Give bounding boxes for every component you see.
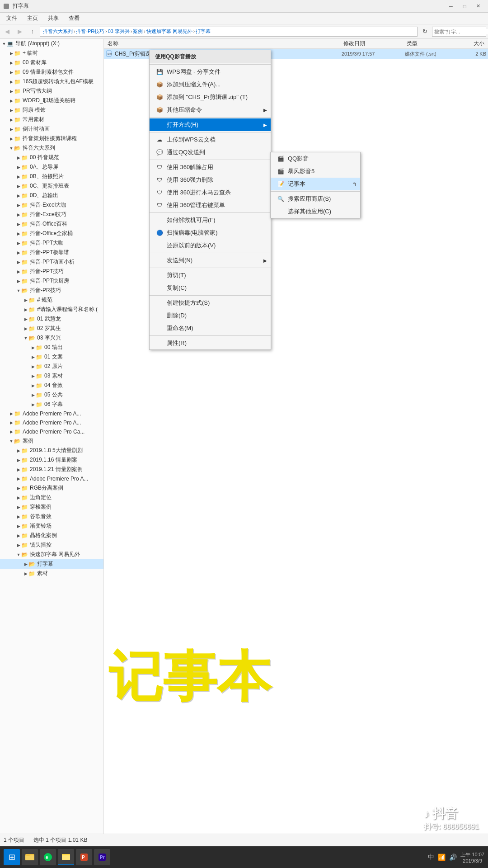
col-header-date[interactable]: 修改日期 (342, 40, 405, 47)
sidebar-kuaisu[interactable]: ▼ 📂 快速加字幕 网易见外 (0, 550, 103, 559)
sidebar-item[interactable]: ▶ 📁 RGB分离案例 (0, 483, 103, 493)
sub-baofeng[interactable]: 🎬 暴风影音5 (271, 165, 360, 178)
sidebar-anli[interactable]: ▼ 📂 案例 (0, 436, 103, 446)
sidebar-item[interactable]: ▶ 📁 2019.1.21 情量剧案例 (0, 465, 103, 474)
sidebar-item[interactable]: ▶ 📁 + 临时 (0, 48, 103, 58)
ctx-360-delete[interactable]: 🛡 使用 360强力删除 (150, 174, 271, 186)
sidebar-item[interactable]: ▶ 📁 01 文案 (0, 352, 103, 362)
ctx-sendto[interactable]: 发送到(N) ▶ (150, 254, 271, 267)
address-part-2[interactable]: 抖音-PR技巧 (76, 28, 104, 35)
sub-search-store[interactable]: 🔍 搜索应用商店(S) (271, 193, 360, 205)
ctx-add-zip[interactable]: 📦 添加到压缩文件(A)... (150, 78, 271, 91)
sidebar-item[interactable]: ▶ 📁 09 情量剧素材包文件 (0, 67, 103, 77)
sidebar-item[interactable]: ▶ 📁 Adobe Premiere Pro A... (0, 418, 103, 427)
taskbar-explorer[interactable] (22, 849, 38, 865)
sidebar-item[interactable]: ▶ 📁 0D、总输出 (0, 191, 103, 200)
sidebar-item[interactable]: ▶ 📁 抖音-Office百科 (0, 219, 103, 229)
sidebar-item[interactable]: ▶ 📁 02 罗其生 (0, 324, 103, 333)
sidebar-item[interactable]: ▶ 📁 抖音-PPT极靠谱 (0, 248, 103, 257)
col-header-name[interactable]: 名称 (106, 40, 342, 47)
sidebar-item[interactable]: ▶ 📁 00 输出 (0, 343, 103, 352)
sidebar-item[interactable]: ▶ 📁 倒计时动画 (0, 124, 103, 134)
up-button[interactable]: ↑ (27, 26, 38, 37)
ctx-360-manage[interactable]: 🛡 使用 360管理右键菜单 (150, 199, 271, 212)
sidebar-item[interactable]: ▶ 📁 抖音-Excel大咖 (0, 200, 103, 210)
sidebar-item[interactable]: ▶ 📁 常用素材 (0, 115, 103, 124)
ctx-rename[interactable]: 重命名(M) (150, 322, 271, 335)
ctx-delete[interactable]: 删除(D) (150, 309, 271, 322)
ctx-antivirus[interactable]: 🔵 扫描病毒(电脑管家) (150, 226, 271, 239)
taskbar-active-explorer[interactable] (58, 849, 74, 865)
sidebar-item[interactable]: ▶ 📁 抖音策划拍摄剪辑课程 (0, 134, 103, 143)
taskbar-premiere[interactable]: Pr (94, 849, 110, 865)
sidebar-item[interactable]: ▶ 📁 00 素材库 (0, 58, 103, 67)
menu-view[interactable]: 查看 (64, 13, 84, 24)
sidebar-item[interactable]: ▶ 📁 Adobe Premiere Pro A... (0, 474, 103, 483)
sidebar-item-douyin[interactable]: ▼ 📂 抖音六大系列 (0, 143, 103, 153)
maximize-button[interactable]: □ (458, 1, 471, 11)
sidebar-item[interactable]: ▶ 📁 渐变转场 (0, 521, 103, 531)
ctx-other-zip[interactable]: 📦 其他压缩命令 ▶ (150, 104, 271, 116)
col-header-type[interactable]: 类型 (405, 40, 459, 47)
sidebar-item[interactable]: ▶ 📁 Adobe Premiere Pro Ca... (0, 427, 103, 436)
sidebar-item[interactable]: ▶ 📁 PR写书大纲 (0, 86, 103, 96)
sidebar-item[interactable]: ▶ 📁 边角定位 (0, 493, 103, 502)
ctx-copy[interactable]: 复制(C) (150, 282, 271, 294)
col-header-size[interactable]: 大小 (459, 40, 486, 47)
ctx-restore[interactable]: 还原以前的版本(V) (150, 239, 271, 252)
menu-home[interactable]: 主页 (23, 13, 42, 24)
sidebar-item[interactable]: ▶ 📁 2019.1.8 5大情量剧剧 (0, 446, 103, 455)
taskbar-clock[interactable]: 上午 10:07 2019/3/9 (460, 851, 484, 863)
ctx-send-qq[interactable]: 💬 通过QQ发送到 (150, 146, 271, 159)
search-bar[interactable]: 🔍 (432, 27, 486, 37)
forward-button[interactable]: ▶ (14, 26, 25, 37)
sidebar-item[interactable]: ▶ 📁 02 原片 (0, 362, 103, 371)
back-button[interactable]: ◀ (2, 26, 13, 37)
sidebar-item[interactable]: ▶ 📁 16S超超级转场大礼包AE模板 (0, 77, 103, 86)
sidebar-item[interactable]: ▶ 📁 抖音-PPT技巧 (0, 267, 103, 276)
sidebar-daziymu[interactable]: ▶ 📂 打字幕 (0, 559, 103, 569)
ctx-create-shortcut[interactable]: 创建快捷方式(S) (150, 297, 271, 309)
ctx-open-with[interactable]: 打开方式(H) ▶ (150, 118, 271, 131)
ime-indicator[interactable]: 中 (428, 853, 434, 861)
minimize-button[interactable]: ─ (445, 1, 457, 11)
close-button[interactable]: ✕ (472, 1, 484, 11)
address-part-3[interactable]: 03 李兴兴 (108, 28, 130, 35)
ctx-360-scan[interactable]: 🛡 使用 360进行木马云查杀 (150, 186, 271, 199)
ctx-cut[interactable]: 剪切(T) (150, 269, 271, 282)
ctx-rescue[interactable]: 如何解救机可用(F) (150, 214, 271, 226)
ctx-360-release[interactable]: 🛡 使用 360解除占用 (150, 161, 271, 174)
sidebar-item[interactable]: ▶ 📁 抖音-PPT大咖 (0, 238, 103, 248)
start-button[interactable]: ⊞ (4, 849, 20, 865)
taskbar-powerpoint[interactable]: P (76, 849, 92, 865)
search-input[interactable] (434, 29, 488, 34)
address-part-5[interactable]: 快速加字幕 网易见外 (146, 28, 192, 35)
sub-other-app[interactable]: 选择其他应用(C) (271, 205, 360, 218)
sidebar-item[interactable]: ▶ 📁 谷歌音效 (0, 512, 103, 521)
sidebar-root[interactable]: ▼ 💻 导航 (\\topppt) (X:) (0, 39, 103, 48)
sidebar-item[interactable]: ▶ 📁 Adobe Premiere Pro A... (0, 409, 103, 418)
taskbar-browser[interactable]: e (40, 849, 56, 865)
sidebar-item[interactable]: ▶ 📁 抖音-PPT动画小析 (0, 257, 103, 267)
ctx-properties[interactable]: 属性(R) (150, 337, 271, 349)
sidebar-item[interactable]: ▶ 📁 抖音-Excel技巧 (0, 210, 103, 219)
menu-file[interactable]: 文件 (2, 13, 22, 24)
sidebar-item[interactable]: ▶ 📁 抖音-Office全家桶 (0, 229, 103, 238)
sidebar-item[interactable]: ▶ 📁 03 素材 (0, 371, 103, 381)
ctx-add-zip2[interactable]: 📦 添加到 "CHS_Pr剪辑课.zip" (T) (150, 91, 271, 104)
sidebar-item[interactable]: ▶ 📁 04 音效 (0, 381, 103, 390)
sidebar-item[interactable]: ▶ 📁 0B、拍摄照片 (0, 172, 103, 181)
sidebar-item[interactable]: ▶ 📁 抖音-PPT快厨房 (0, 276, 103, 286)
sidebar-item[interactable]: ▶ 📁 00 抖音规范 (0, 153, 103, 162)
sidebar-item[interactable]: ▶ 📁 #请输入课程编号和名称 ( (0, 305, 103, 314)
sidebar-item[interactable]: ▶ 📁 06 字幕 (0, 400, 103, 409)
ctx-upload-wps[interactable]: ☁ 上传到WPS云文档 (150, 133, 271, 146)
sidebar-item[interactable]: ▶ 📁 01 武慧龙 (0, 314, 103, 324)
sidebar-item[interactable]: ▶ 📁 阿康·模饰 (0, 105, 103, 115)
sub-notepad[interactable]: 📝 记事本 ↰ (271, 178, 360, 190)
refresh-button[interactable]: ↻ (419, 26, 430, 37)
address-bar[interactable]: 抖音六大系列 › 抖音-PR技巧 › 03 李兴兴 › 案例 › 快速加字幕 网… (40, 27, 418, 37)
sidebar-item[interactable]: ▶ 📁 穿梭案例 (0, 502, 103, 512)
sidebar-pr-jiqiao[interactable]: ▼ 📂 抖音-PR技巧 (0, 286, 103, 295)
address-part-6[interactable]: 打字幕 (196, 28, 211, 35)
